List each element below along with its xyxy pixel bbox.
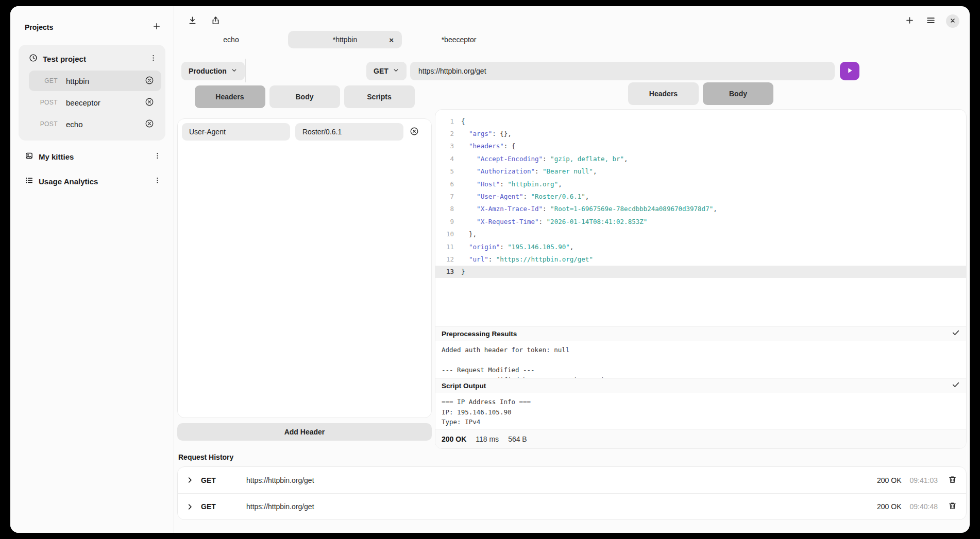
history-row[interactable]: GEThttps://httpbin.org/get200 OK09:41:03 xyxy=(178,467,966,493)
close-icon xyxy=(950,18,956,25)
history-url: https://httpbin.org/get xyxy=(246,502,877,511)
code-content: "Accept-Encoding": "gzip, deflate, br", xyxy=(461,155,628,163)
usage-analytics-menu-button[interactable] xyxy=(153,176,162,187)
code-line[interactable]: 3 "headers": { xyxy=(435,140,966,152)
code-line[interactable]: 9 "X-Request-Time": "2026-01-14T08:41:02… xyxy=(435,215,966,228)
headers-card xyxy=(177,118,432,418)
play-icon xyxy=(846,66,854,76)
code-content: "origin": "195.146.105.90", xyxy=(461,243,573,251)
history-time: 09:40:48 xyxy=(910,502,938,511)
share-icon xyxy=(211,15,221,27)
check-icon xyxy=(952,328,960,339)
import-button[interactable] xyxy=(187,14,198,28)
code-content: "User-Agent": "Roster/0.6.1", xyxy=(461,193,589,200)
code-line[interactable]: 6 "Host": "httpbin.org", xyxy=(435,178,966,190)
chevron-right-icon[interactable] xyxy=(186,476,194,484)
code-content: "headers": { xyxy=(461,142,515,150)
export-button[interactable] xyxy=(210,14,222,28)
tab-request-body[interactable]: Body xyxy=(269,85,340,108)
tab-label: *httpbin xyxy=(333,36,357,44)
menu-button[interactable] xyxy=(925,14,937,28)
project-item-echo[interactable]: POSTecho xyxy=(29,114,161,134)
kebab-icon xyxy=(149,54,157,63)
trash-icon xyxy=(948,501,957,512)
trash-icon xyxy=(948,475,957,485)
request-method-label: POST xyxy=(34,120,58,128)
tab-httpbin[interactable]: *httpbin× xyxy=(288,31,402,48)
environment-value: Production xyxy=(189,67,227,75)
header-key-input[interactable] xyxy=(182,123,290,141)
preprocessing-title: Preprocessing Results xyxy=(442,330,952,338)
content: Headers Body Scripts Add xyxy=(174,80,970,449)
tab-response-body[interactable]: Body xyxy=(703,82,773,105)
method-value: GET xyxy=(374,67,388,75)
code-line[interactable]: 1{ xyxy=(435,115,966,127)
my-kitties-menu-button[interactable] xyxy=(153,151,162,162)
history-method: GET xyxy=(201,502,223,511)
list-icon xyxy=(25,176,33,187)
code-line[interactable]: 7 "User-Agent": "Roster/0.6.1", xyxy=(435,190,966,202)
request-name-label: echo xyxy=(66,120,144,129)
method-select[interactable]: GET xyxy=(366,62,407,80)
code-line[interactable]: 8 "X-Amzn-Trace-Id": "Root=1-6967569e-78… xyxy=(435,203,966,215)
request-method-label: POST xyxy=(34,99,58,106)
preprocessing-section-header: Preprocessing Results xyxy=(435,326,966,341)
chevron-right-icon[interactable] xyxy=(186,503,194,511)
close-tab-icon[interactable]: × xyxy=(389,36,394,44)
response-card: 1{2 "args": {},3 "headers": {4 "Accept-E… xyxy=(435,109,967,449)
header-row xyxy=(182,123,427,141)
history-row[interactable]: GEThttps://httpbin.org/get200 OK09:40:48 xyxy=(178,493,966,519)
header-value-input[interactable] xyxy=(295,123,403,141)
send-button[interactable] xyxy=(840,62,859,80)
code-line[interactable]: 4 "Accept-Encoding": "gzip, deflate, br"… xyxy=(435,152,966,165)
code-line[interactable]: 2 "args": {}, xyxy=(435,127,966,140)
remove-request-button[interactable] xyxy=(144,75,155,88)
tab-request-scripts[interactable]: Scripts xyxy=(344,85,415,108)
close-window-button[interactable] xyxy=(946,14,959,28)
line-number: 11 xyxy=(435,243,454,251)
project-header[interactable]: Test project xyxy=(23,50,161,69)
remove-request-button[interactable] xyxy=(144,96,155,109)
project-name: Test project xyxy=(43,55,143,63)
kebab-icon xyxy=(154,152,161,161)
status-time: 118 ms xyxy=(476,435,499,443)
project-item-httpbin[interactable]: GEThttpbin xyxy=(29,71,161,91)
circle-x-icon xyxy=(410,127,419,137)
tab-response-headers[interactable]: Headers xyxy=(628,82,699,105)
tab-request-headers[interactable]: Headers xyxy=(195,85,265,108)
delete-history-button[interactable] xyxy=(947,500,958,513)
code-line[interactable]: 5 "Authorization": "Bearer null", xyxy=(435,165,966,178)
code-content: "args": {}, xyxy=(461,130,512,137)
plus-icon xyxy=(152,22,161,32)
code-line[interactable]: 13} xyxy=(435,266,966,278)
add-header-button[interactable]: Add Header xyxy=(177,423,432,441)
line-number: 1 xyxy=(435,117,454,125)
code-line[interactable]: 11 "origin": "195.146.105.90", xyxy=(435,240,966,253)
project-menu-button[interactable] xyxy=(148,53,158,64)
request-panel-tabs: Headers Body Scripts xyxy=(177,85,432,108)
add-project-button[interactable] xyxy=(151,21,162,33)
remove-header-button[interactable] xyxy=(409,126,420,138)
circle-x-icon xyxy=(145,76,154,86)
project-item-beeceptor[interactable]: POSTbeeceptor xyxy=(29,92,161,113)
environment-select[interactable]: Production xyxy=(181,62,245,80)
code-content: "Host": "httpbin.org", xyxy=(461,180,562,188)
code-line[interactable]: 12 "url": "https://httpbin.org/get" xyxy=(435,253,966,265)
sidebar-item-label: Usage Analytics xyxy=(39,177,147,186)
request-method-label: GET xyxy=(34,77,58,84)
script-output-title: Script Output xyxy=(442,382,952,390)
line-number: 7 xyxy=(435,193,454,200)
url-input[interactable] xyxy=(410,62,835,80)
sidebar-item-usage-analytics[interactable]: Usage Analytics xyxy=(10,172,174,190)
new-tab-button[interactable] xyxy=(904,14,916,28)
response-body-code[interactable]: 1{2 "args": {},3 "headers": {4 "Accept-E… xyxy=(435,110,966,326)
sidebar-item-my-kitties[interactable]: My kitties xyxy=(10,148,174,165)
tab-echo[interactable]: echo xyxy=(174,31,288,48)
remove-request-button[interactable] xyxy=(144,118,155,131)
request-name-label: beeceptor xyxy=(66,98,144,107)
project-item-list: GEThttpbinPOSTbeeceptorPOSTecho xyxy=(23,71,161,134)
code-content: "X-Request-Time": "2026-01-14T08:41:02.8… xyxy=(461,218,647,225)
tab-beeceptor[interactable]: *beeceptor xyxy=(402,31,516,48)
delete-history-button[interactable] xyxy=(947,474,958,486)
code-line[interactable]: 10 }, xyxy=(435,228,966,240)
